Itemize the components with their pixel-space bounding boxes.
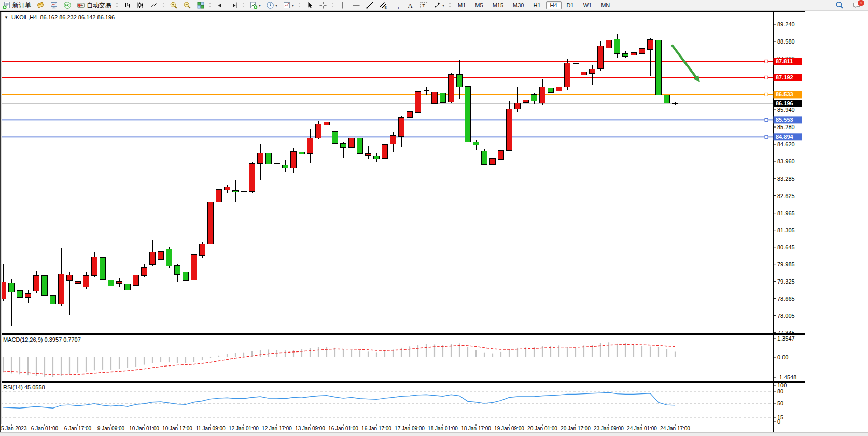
macd-indicator-label: MACD(12,26,9) 0.3957 0.7707 (3, 336, 81, 343)
window-bottom-strip (0, 432, 868, 436)
svg-text:81.305: 81.305 (777, 227, 795, 233)
horizontal-line-button[interactable] (350, 0, 362, 11)
new-chart-button[interactable]: ▾ (247, 0, 263, 11)
fibonacci-retracement-button[interactable]: F (390, 0, 403, 11)
svg-text:13 Jan 09:00: 13 Jan 09:00 (295, 426, 325, 431)
svg-text:20 Jan 17:00: 20 Jan 17:00 (561, 426, 591, 431)
chat-button[interactable]: 1 (851, 0, 863, 11)
timeframe-h4-button[interactable]: H4 (546, 1, 562, 9)
svg-text:80: 80 (777, 388, 783, 395)
toolbar-separator (449, 2, 451, 9)
svg-text:88.580: 88.580 (777, 38, 795, 45)
svg-text:23 Jan 09:00: 23 Jan 09:00 (594, 426, 624, 431)
cursor-button[interactable] (303, 0, 316, 11)
svg-text:85.280: 85.280 (777, 124, 795, 130)
ohlc-values: 86.162 86.232 86.142 86.196 (40, 14, 115, 20)
chart-canvas[interactable]: 89.24088.58087.92085.94085.28084.62083.9… (0, 0, 868, 436)
svg-text:5 Jan 2023: 5 Jan 2023 (1, 426, 27, 431)
trendline-button[interactable] (363, 0, 376, 11)
timeframe-m1-button[interactable]: M1 (454, 1, 470, 9)
candlestick-chart-button[interactable] (134, 0, 147, 11)
profiles-button[interactable]: ▾ (264, 0, 279, 11)
svg-text:18 Jan 17:00: 18 Jan 17:00 (461, 426, 491, 431)
svg-text:80.645: 80.645 (777, 244, 795, 250)
chart-shift-icon (230, 1, 238, 9)
svg-text:11 Jan 09:00: 11 Jan 09:00 (195, 426, 226, 431)
svg-text:84.620: 84.620 (777, 141, 795, 147)
timeframe-mn-button[interactable]: MN (597, 1, 614, 9)
svg-text:86.196: 86.196 (776, 100, 793, 106)
svg-text:85.940: 85.940 (777, 107, 795, 113)
charts-book-button[interactable] (34, 0, 47, 11)
search-icon (835, 1, 844, 9)
signals-button[interactable] (61, 0, 74, 11)
new-order-button[interactable]: 新订单 (1, 0, 33, 11)
svg-text:79.325: 79.325 (777, 278, 795, 285)
trendline-icon (366, 1, 374, 9)
channel-icon: E (379, 1, 387, 9)
toolbar-left-group: 新订单自动交易▾▾▾EFAT▾M1M5M15M30H1H4D1W1MN (0, 0, 614, 11)
timeframe-m5-button[interactable]: M5 (471, 1, 487, 9)
rsi-indicator-label: RSI(14) 45.0558 (3, 384, 45, 390)
timeframe-m15-button[interactable]: M15 (488, 1, 508, 9)
timeframe-m30-button[interactable]: M30 (509, 1, 528, 9)
vertical-line-button[interactable] (337, 0, 349, 11)
chevron-down-icon: ▾ (275, 3, 277, 8)
timeframe-w1-button[interactable]: W1 (579, 1, 596, 9)
svg-text:6 Jan 17:00: 6 Jan 17:00 (64, 426, 92, 431)
equidistant-channel-button[interactable]: E (377, 0, 389, 11)
cursor-icon (305, 1, 314, 9)
book-icon (36, 1, 45, 9)
zoom-out-button[interactable] (181, 0, 193, 11)
svg-text:1.3547: 1.3547 (777, 335, 795, 342)
clock-icon (266, 1, 274, 9)
toolbar-separator (299, 2, 300, 9)
chart-background (0, 11, 868, 432)
zoom-out-icon (183, 1, 191, 9)
tile-windows-icon (197, 1, 205, 9)
collapse-chart-icon[interactable]: ▼ (4, 15, 8, 20)
svg-text:-1.4548: -1.4548 (777, 374, 796, 381)
auto-trading-icon (77, 1, 85, 9)
svg-text:T: T (422, 3, 425, 8)
symbol-period-label: UKOil-,H4 (11, 14, 37, 20)
auto-trading-button[interactable]: 自动交易 (75, 0, 114, 11)
svg-text:6 Jan 01:00: 6 Jan 01:00 (31, 426, 59, 431)
line-chart-button[interactable] (148, 0, 160, 11)
toolbar-separator (209, 2, 211, 9)
text-label-button[interactable]: T (417, 0, 430, 11)
bar-chart-button[interactable] (121, 0, 133, 11)
svg-text:A: A (408, 2, 413, 9)
text-button[interactable]: A (404, 0, 416, 11)
auto-scroll-icon (216, 1, 225, 9)
chevron-down-icon: ▾ (259, 3, 261, 8)
chart-shift-button[interactable] (228, 0, 240, 11)
templates-button[interactable]: ▾ (281, 0, 296, 11)
svg-text:78.005: 78.005 (777, 313, 795, 319)
toolbar: 新订单自动交易▾▾▾EFAT▾M1M5M15M30H1H4D1W1MN 1 (0, 0, 868, 11)
svg-text:10 Jan 17:00: 10 Jan 17:00 (162, 426, 192, 431)
chevron-down-icon: ▾ (442, 3, 444, 8)
arrows-button[interactable]: ▾ (431, 0, 446, 11)
timeframe-h1-button[interactable]: H1 (529, 1, 544, 9)
svg-text:83.960: 83.960 (777, 158, 795, 164)
crosshair-button[interactable] (317, 0, 329, 11)
new-order-label: 新订单 (12, 1, 31, 10)
auto-scroll-button[interactable] (214, 0, 227, 11)
svg-text:85.553: 85.553 (776, 117, 793, 123)
hline-icon (352, 1, 360, 9)
timeframe-d1-button[interactable]: D1 (563, 1, 578, 9)
svg-text:79.985: 79.985 (777, 261, 795, 268)
market-watch-button[interactable] (48, 0, 60, 11)
toolbar-separator (116, 2, 118, 9)
new-order-icon (3, 1, 11, 9)
zoom-in-button[interactable] (167, 0, 180, 11)
tile-windows-button[interactable] (194, 0, 207, 11)
zoom-in-icon (170, 1, 178, 9)
vline-icon (339, 1, 347, 9)
fibo-icon: F (393, 1, 401, 9)
svg-text:83.285: 83.285 (777, 176, 795, 182)
search-button[interactable] (833, 0, 846, 11)
svg-text:24 Jan 17:00: 24 Jan 17:00 (660, 426, 690, 431)
svg-text:16 Jan 17:00: 16 Jan 17:00 (361, 426, 391, 431)
